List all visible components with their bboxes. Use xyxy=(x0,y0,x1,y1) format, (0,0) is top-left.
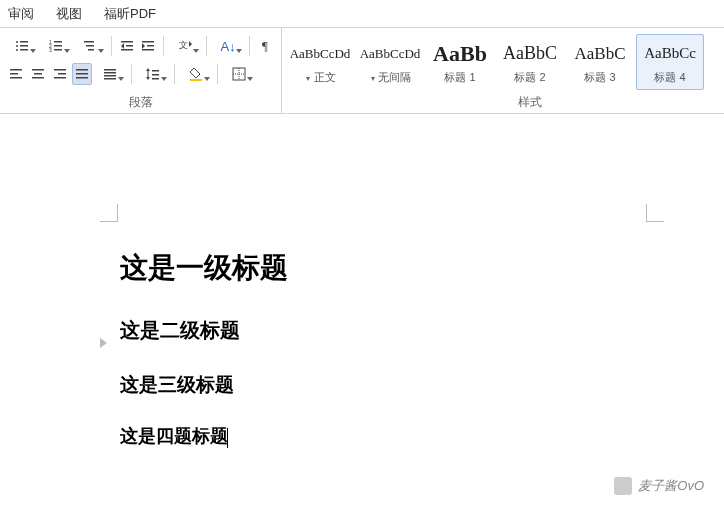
svg-rect-17 xyxy=(126,45,133,47)
svg-marker-16 xyxy=(121,43,124,49)
svg-rect-21 xyxy=(147,45,154,47)
document-area[interactable]: 这是一级标题 这是二级标题 这是三级标题 这是四题标题 麦子酱OvO xyxy=(0,114,724,513)
align-center-button[interactable] xyxy=(28,63,48,85)
svg-rect-38 xyxy=(104,72,116,74)
bullet-list-button[interactable] xyxy=(6,35,38,57)
svg-rect-11 xyxy=(54,49,62,51)
svg-rect-9 xyxy=(54,45,62,47)
style-preview: AaBbCcDd xyxy=(290,40,351,68)
svg-rect-33 xyxy=(54,77,66,79)
svg-rect-19 xyxy=(142,41,154,43)
svg-rect-39 xyxy=(104,75,116,77)
align-justify-button[interactable] xyxy=(72,63,92,85)
svg-point-2 xyxy=(16,45,18,47)
svg-rect-22 xyxy=(142,49,154,51)
style-name-label: ▾ 无间隔 xyxy=(369,70,411,85)
svg-rect-12 xyxy=(84,41,94,43)
svg-rect-47 xyxy=(190,79,202,81)
svg-rect-31 xyxy=(54,69,66,71)
style-preview: AaBbCcDd xyxy=(360,40,421,68)
svg-text:3: 3 xyxy=(49,47,52,53)
svg-rect-27 xyxy=(10,77,22,79)
separator xyxy=(217,64,218,84)
line-spacing-button[interactable] xyxy=(137,63,169,85)
text-direction-button[interactable]: 文 xyxy=(169,35,201,57)
separator xyxy=(249,36,250,56)
style-name-label: 标题 3 xyxy=(584,70,615,85)
style-name-label: 标题 1 xyxy=(444,70,475,85)
svg-rect-1 xyxy=(20,41,28,43)
style-name-label: 标题 2 xyxy=(514,70,545,85)
chevron-down-icon: ▾ xyxy=(371,74,375,83)
svg-marker-20 xyxy=(142,43,145,49)
margin-corner-icon xyxy=(100,204,118,222)
svg-point-4 xyxy=(16,49,18,51)
style-item-1[interactable]: AaBbCcDd▾ 无间隔 xyxy=(356,34,424,90)
heading-1[interactable]: 这是一级标题 xyxy=(120,249,288,287)
watermark-icon xyxy=(614,477,632,495)
menu-view[interactable]: 视图 xyxy=(56,5,82,23)
text-cursor xyxy=(227,428,228,448)
separator xyxy=(163,36,164,56)
svg-point-0 xyxy=(16,41,18,43)
svg-rect-44 xyxy=(152,70,159,72)
style-item-5[interactable]: AaBbCc标题 4 xyxy=(636,34,704,90)
svg-rect-34 xyxy=(76,69,88,71)
svg-rect-29 xyxy=(34,73,42,75)
svg-rect-32 xyxy=(58,73,66,75)
style-item-3[interactable]: AaBbC标题 2 xyxy=(496,34,564,90)
svg-rect-3 xyxy=(20,45,28,47)
separator xyxy=(111,36,112,56)
svg-rect-18 xyxy=(121,49,133,51)
svg-rect-13 xyxy=(86,45,94,47)
svg-rect-42 xyxy=(148,71,149,77)
increase-indent-button[interactable] xyxy=(138,35,158,57)
align-right-button[interactable] xyxy=(50,63,70,85)
style-preview: AaBb xyxy=(433,40,487,68)
style-item-6[interactable]: A xyxy=(706,34,724,90)
shading-button[interactable] xyxy=(180,63,212,85)
multilevel-list-button[interactable] xyxy=(74,35,106,57)
heading-2[interactable]: 这是二级标题 xyxy=(120,317,288,344)
borders-button[interactable] xyxy=(223,63,255,85)
style-item-2[interactable]: AaBb标题 1 xyxy=(426,34,494,90)
margin-corner-icon xyxy=(646,204,664,222)
style-name-label: 标题 4 xyxy=(654,70,685,85)
heading-3[interactable]: 这是三级标题 xyxy=(120,372,288,398)
svg-rect-15 xyxy=(121,41,133,43)
numbered-list-button[interactable]: 123 xyxy=(40,35,72,57)
separator xyxy=(206,36,207,56)
align-distribute-button[interactable] xyxy=(94,63,126,85)
menu-review[interactable]: 审阅 xyxy=(8,5,34,23)
svg-rect-36 xyxy=(76,77,88,79)
menu-foxit[interactable]: 福昕PDF xyxy=(104,5,156,23)
svg-rect-14 xyxy=(88,49,94,51)
separator xyxy=(174,64,175,84)
svg-rect-25 xyxy=(10,69,22,71)
style-item-0[interactable]: AaBbCcDd▾ 正文 xyxy=(286,34,354,90)
style-preview: AaBbCc xyxy=(644,40,696,68)
paragraph-group-label: 段落 xyxy=(0,94,281,111)
svg-marker-24 xyxy=(189,41,192,47)
svg-rect-45 xyxy=(152,74,159,76)
style-item-4[interactable]: AaBbC标题 3 xyxy=(566,34,634,90)
style-preview: AaBbC xyxy=(503,40,557,68)
paragraph-group: 123 文 A↓ ¶ 段落 xyxy=(0,28,282,113)
svg-rect-28 xyxy=(32,69,44,71)
show-marks-button[interactable]: ¶ xyxy=(255,35,275,57)
separator xyxy=(131,64,132,84)
svg-rect-46 xyxy=(152,78,159,80)
svg-rect-37 xyxy=(104,69,116,71)
align-left-button[interactable] xyxy=(6,63,26,85)
svg-rect-7 xyxy=(54,41,62,43)
sort-button[interactable]: A↓ xyxy=(212,35,244,57)
styles-group: AaBbCcDd▾ 正文AaBbCcDd▾ 无间隔AaBb标题 1AaBbC标题… xyxy=(282,28,724,113)
svg-rect-26 xyxy=(10,73,18,75)
styles-group-label: 样式 xyxy=(282,94,724,111)
ribbon: 123 文 A↓ ¶ 段落 AaBbCcDd▾ 正文 xyxy=(0,28,724,114)
decrease-indent-button[interactable] xyxy=(117,35,137,57)
heading-4[interactable]: 这是四题标题 xyxy=(120,424,288,448)
watermark-text: 麦子酱OvO xyxy=(638,477,704,495)
collapse-heading-icon[interactable] xyxy=(100,338,107,348)
svg-rect-5 xyxy=(20,49,28,51)
